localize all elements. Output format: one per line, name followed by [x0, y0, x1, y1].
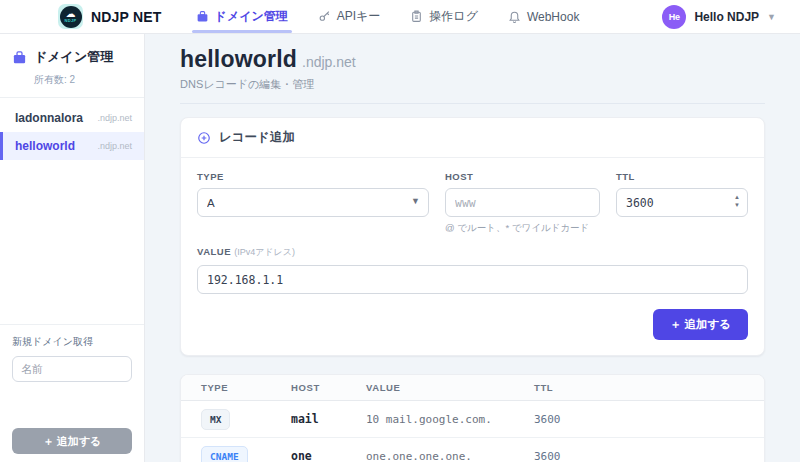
topbar: ☁ NDJP NDJP NET ドメイン管理 APIキー 操作ログ WebHoo… [0, 0, 800, 34]
nav-label: 操作ログ [429, 8, 478, 25]
main-nav: ドメイン管理 APIキー 操作ログ WebHook [196, 0, 580, 33]
nav-webhook[interactable]: WebHook [508, 0, 579, 33]
host-label: HOST [445, 171, 600, 182]
ndjp-logo-icon: ☁ NDJP [58, 4, 83, 29]
add-record-title: レコード追加 [219, 129, 295, 146]
col-ttl: TTL [534, 382, 764, 393]
value-input[interactable] [197, 265, 748, 294]
domain-name: ladonnalora [15, 111, 83, 125]
sidebar-header: ドメイン管理 所有数: 2 [0, 34, 144, 97]
new-domain-section: 新規ドメイン取得 ＋ 追加する [0, 324, 144, 462]
archive-box-icon [196, 10, 209, 23]
value-label: VALUE (IPv4アドレス) [197, 246, 748, 259]
col-host: HOST [291, 382, 366, 393]
archive-box-icon [12, 50, 27, 65]
brand-title: NDJP NET [91, 9, 162, 25]
page-title: helloworld [180, 46, 297, 73]
nav-domain-management[interactable]: ドメイン管理 [196, 0, 288, 33]
host-hint: @ でルート、* でワイルドカード [445, 222, 600, 235]
add-record-button[interactable]: ＋ 追加する [653, 309, 748, 340]
page-subtitle: DNSレコードの編集・管理 [180, 77, 765, 92]
host-input[interactable] [445, 188, 600, 217]
col-value: VALUE [366, 382, 534, 393]
domain-count: 所有数: 2 [34, 73, 132, 87]
sidebar-title-label: ドメイン管理 [34, 48, 113, 66]
domain-item-helloworld[interactable]: helloworld .ndjp.net [0, 132, 144, 160]
key-icon [318, 10, 331, 23]
record-host: one [291, 449, 366, 462]
table-row[interactable]: MX mail 10 mail.google.com. 3600 [181, 401, 764, 438]
clipboard-icon [410, 10, 423, 23]
divider [0, 97, 144, 98]
add-record-card-header: レコード追加 [181, 118, 764, 158]
type-field: TYPE A ▼ [197, 171, 429, 235]
sidebar: ドメイン管理 所有数: 2 ladonnalora .ndjp.net hell… [0, 34, 145, 462]
type-label: TYPE [197, 171, 429, 182]
add-record-card: レコード追加 TYPE A ▼ HOST @ でルート、* でワイルドカード [180, 117, 765, 356]
value-sublabel: (IPv4アドレス) [234, 247, 295, 257]
record-ttl: 3600 [534, 413, 764, 426]
nav-label: APIキー [337, 8, 381, 25]
chevron-down-icon: ▼ [767, 12, 776, 22]
domain-suffix: .ndjp.net [97, 113, 132, 123]
type-select[interactable]: A [197, 188, 429, 217]
record-ttl: 3600 [534, 450, 764, 462]
records-table-card: TYPE HOST VALUE TTL MX mail 10 mail.goog… [180, 374, 765, 462]
plus-circle-icon [197, 131, 211, 145]
value-field: VALUE (IPv4アドレス) [197, 246, 748, 294]
add-record-form: TYPE A ▼ HOST @ でルート、* でワイルドカード TTL [181, 158, 764, 294]
bell-icon [508, 10, 521, 23]
nav-label: ドメイン管理 [215, 8, 288, 25]
add-domain-button[interactable]: ＋ 追加する [12, 428, 132, 454]
main-content: helloworld .ndjp.net DNSレコードの編集・管理 レコード追… [145, 34, 800, 462]
record-value: 10 mail.google.com. [366, 413, 534, 426]
nav-api-key[interactable]: APIキー [318, 0, 381, 33]
nav-operation-log[interactable]: 操作ログ [410, 0, 478, 33]
nav-label: WebHook [527, 10, 579, 24]
record-value: one.one.one.one. [366, 450, 534, 462]
domain-suffix: .ndjp.net [97, 141, 132, 151]
col-type: TYPE [201, 382, 291, 393]
table-row[interactable]: CNAME one one.one.one.one. 3600 [181, 438, 764, 462]
table-header-row: TYPE HOST VALUE TTL [181, 375, 764, 401]
host-field: HOST @ でルート、* でワイルドカード [445, 171, 600, 235]
sidebar-title: ドメイン管理 [12, 48, 132, 66]
number-stepper[interactable]: ▲▼ [734, 193, 740, 210]
record-host: mail [291, 412, 366, 426]
ttl-input[interactable] [616, 188, 748, 217]
domain-item-ladonnalora[interactable]: ladonnalora .ndjp.net [0, 104, 144, 132]
submit-row: ＋ 追加する [181, 294, 764, 355]
new-domain-input[interactable] [12, 356, 132, 382]
user-menu[interactable]: He Hello NDJP ▼ [662, 5, 776, 29]
domain-name: helloworld [15, 139, 75, 153]
ttl-label: TTL [616, 171, 748, 182]
record-type-badge: MX [201, 409, 230, 430]
user-name: Hello NDJP [694, 10, 759, 24]
divider [180, 103, 765, 104]
avatar: He [662, 5, 686, 29]
domain-list: ladonnalora .ndjp.net helloworld .ndjp.n… [0, 104, 144, 160]
ttl-field: TTL ▲▼ [616, 171, 748, 235]
page-title-row: helloworld .ndjp.net [180, 46, 765, 73]
record-type-badge: CNAME [201, 446, 248, 462]
new-domain-label: 新規ドメイン取得 [12, 335, 132, 349]
page-title-suffix: .ndjp.net [302, 54, 356, 70]
